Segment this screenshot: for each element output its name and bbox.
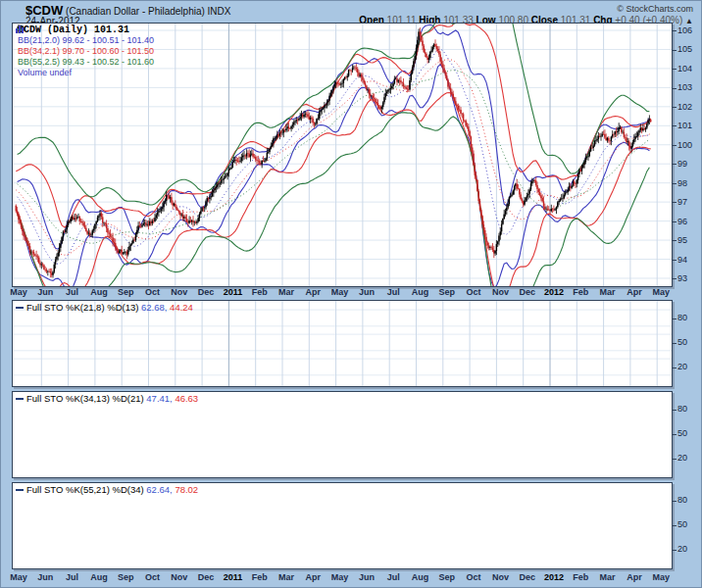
legend-label: BB(21,2.0) 99.62 - 100.51 - 101.40 (18, 35, 154, 45)
d-value: 44.24 (170, 302, 193, 313)
axis-tick-label: 93 (673, 273, 687, 283)
month-label: Mar (278, 287, 294, 297)
legend-row: Volume undef (16, 68, 154, 78)
line-dash-icon (16, 398, 24, 400)
month-label: Apr (306, 572, 322, 582)
price-legend: $CDW (Daily) 101.31BB(21,2.0) 99.62 - 10… (16, 24, 154, 78)
axis-tick-label: 96 (673, 217, 687, 226)
axis-tick-label: 50 (673, 337, 687, 347)
month-label: Sep (439, 572, 456, 582)
stochastic-legend-3: Full STO %K(55,21) %D(34) 62.64, 78.02 (16, 484, 198, 495)
month-label: Nov (171, 287, 187, 297)
axis-tick-label: 98 (673, 178, 687, 188)
change-up-arrow-icon: ▲ (685, 17, 693, 25)
d-value: 78.02 (175, 484, 198, 495)
month-label: Aug (412, 572, 429, 582)
month-label: Jul (66, 287, 78, 297)
month-label: May (331, 572, 349, 582)
month-label: Feb (573, 572, 588, 582)
d-value: 46.63 (175, 393, 198, 404)
month-label: Apr (627, 287, 642, 297)
axis-tick-label: 105 (673, 44, 692, 54)
month-label: Oct (145, 287, 160, 297)
month-label: Oct (467, 572, 481, 582)
month-label: Sep (118, 572, 134, 582)
axis-tick-label: 80 (673, 495, 687, 505)
legend-row: BB(21,2.0) 99.62 - 100.51 - 101.40 (16, 35, 154, 46)
month-label: Dec (198, 287, 215, 297)
month-label: Sep (118, 287, 134, 297)
month-label: Nov (492, 572, 509, 582)
axis-tick-label: 20 (673, 362, 687, 371)
year-label: 2011 (224, 287, 243, 297)
k-value: 62.68, (141, 302, 167, 313)
k-value: 62.64, (146, 484, 172, 495)
month-label: May (10, 572, 27, 582)
month-label: Sep (439, 287, 456, 297)
year-label: 2012 (544, 287, 564, 297)
indicator-name: Full STO %K(34,13) %D(21) (26, 393, 144, 404)
month-label: Jul (387, 572, 400, 582)
year-label: 2012 (544, 572, 564, 582)
copyright: © StockCharts.com (617, 4, 693, 14)
legend-label: BB(34,2.1) 99.70 - 100.60 - 101.50 (18, 46, 154, 56)
axis-tick-label: 103 (673, 82, 692, 92)
x-axis-top: MayJunJulAugSepOctNovDec2011FebMarAprMay… (1, 287, 702, 300)
month-label: Jun (359, 287, 375, 297)
month-label: Jun (37, 572, 53, 582)
legend-row: BB(34,2.1) 99.70 - 100.60 - 101.50 (16, 46, 154, 57)
month-label: May (652, 572, 670, 582)
stochastic-chart-canvas-3 (13, 483, 672, 568)
axis-tick-label: 101 (673, 121, 692, 130)
axis-tick-label: 20 (673, 544, 687, 554)
k-value: 47.41, (146, 393, 172, 404)
axis-tick-label: 106 (673, 25, 692, 35)
stochastic-chart-canvas-2 (13, 392, 672, 477)
month-label: Aug (90, 287, 108, 297)
month-label: Mar (278, 572, 294, 582)
axis-tick-label: 104 (673, 64, 692, 74)
month-label: Aug (90, 572, 108, 582)
axis-tick-label: 94 (673, 255, 687, 265)
legend-row: $CDW (Daily) 101.31 (16, 24, 154, 35)
month-label: Nov (171, 572, 187, 582)
axis-tick-label: 95 (673, 235, 687, 245)
month-label: Mar (600, 572, 616, 582)
month-label: Jul (66, 572, 78, 582)
axis-tick-label: 80 (673, 404, 687, 414)
stochastic-panel-1: Full STO %K(21,8) %D(13) 62.68, 44.24 (12, 300, 673, 387)
month-label: Aug (412, 287, 429, 297)
month-label: Nov (492, 287, 509, 297)
axis-tick-label: 102 (673, 102, 692, 112)
stochastic-chart-canvas-1 (13, 301, 672, 386)
axis-tick-label: 97 (673, 197, 687, 207)
month-label: Feb (252, 572, 268, 582)
legend-label: $CDW (Daily) 101.31 (18, 24, 129, 35)
month-label: Feb (252, 287, 268, 297)
month-label: Jun (37, 287, 53, 297)
year-label: 2011 (224, 572, 243, 582)
axis-tick-label: 100 (673, 140, 692, 150)
month-label: May (331, 287, 349, 297)
month-label: May (10, 287, 27, 297)
month-label: Apr (306, 287, 322, 297)
stochastic-legend-1: Full STO %K(21,8) %D(13) 62.68, 44.24 (16, 302, 193, 313)
indicator-name: Full STO %K(21,8) %D(13) (26, 302, 138, 313)
month-label: May (652, 287, 670, 297)
axis-tick-label: 50 (673, 428, 687, 438)
axis-tick-label: 80 (673, 313, 687, 322)
indicator-name: Full STO %K(55,21) %D(34) (26, 484, 144, 495)
month-label: Oct (145, 572, 160, 582)
stochastic-panel-2: Full STO %K(34,13) %D(21) 47.41, 46.63 (12, 391, 673, 478)
month-label: Dec (519, 287, 535, 297)
line-dash-icon (16, 489, 24, 491)
stockcharts-chart-page: $CDW (Canadian Dollar - Philadelphia) IN… (0, 0, 702, 588)
month-label: Mar (600, 287, 616, 297)
stochastic-legend-2: Full STO %K(34,13) %D(21) 47.41, 46.63 (16, 393, 198, 404)
month-label: Jun (359, 572, 375, 582)
axis-tick-label: 20 (673, 453, 687, 463)
legend-label: BB(55,2.5) 99.43 - 100.52 - 101.60 (18, 57, 154, 67)
x-axis-bottom: MayJunJulAugSepOctNovDec2011FebMarAprMay… (1, 572, 702, 585)
ticker-description: (Canadian Dollar - Philadelphia) INDX (63, 6, 230, 17)
line-dash-icon (16, 307, 24, 309)
